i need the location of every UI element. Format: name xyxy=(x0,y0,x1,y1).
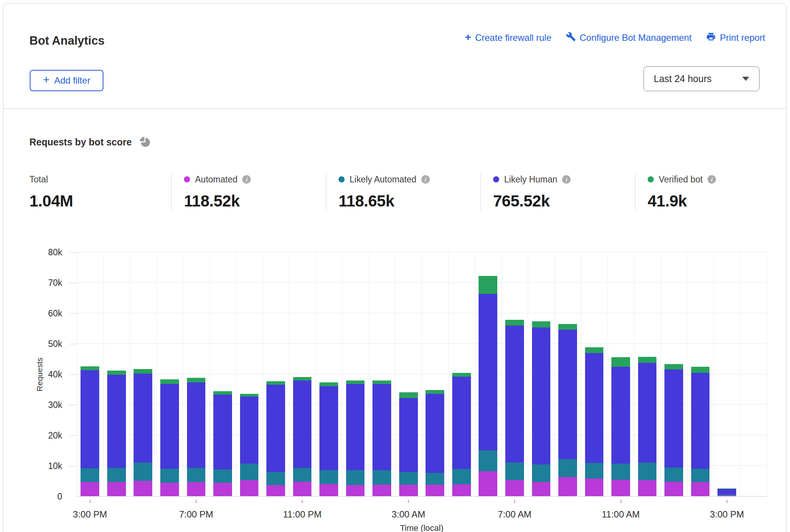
bar-segment-verified-bot[interactable] xyxy=(505,320,524,325)
bar-segment-likely-automated[interactable] xyxy=(611,464,630,480)
bar-segment-likely-automated[interactable] xyxy=(319,470,338,484)
bar-segment-verified-bot[interactable] xyxy=(266,381,285,385)
bar-segment-likely-automated[interactable] xyxy=(240,464,259,480)
bar-segment-automated[interactable] xyxy=(717,495,736,496)
bar-segment-likely-human[interactable] xyxy=(452,377,471,469)
configure-bot-management-link[interactable]: Configure Bot Management xyxy=(566,32,692,44)
bar-hour-24[interactable] xyxy=(714,252,740,496)
bar-segment-automated[interactable] xyxy=(240,480,259,496)
bar-segment-likely-automated[interactable] xyxy=(532,464,551,482)
time-range-dropdown[interactable]: Last 24 hours xyxy=(643,66,759,91)
bar-segment-likely-human[interactable] xyxy=(134,374,152,463)
bar-segment-likely-automated[interactable] xyxy=(160,469,179,483)
bar-segment-verified-bot[interactable] xyxy=(532,321,551,327)
bar-segment-likely-human[interactable] xyxy=(187,382,206,468)
bar-hour-13[interactable] xyxy=(422,252,448,496)
bar-segment-verified-bot[interactable] xyxy=(160,379,179,384)
bar-segment-verified-bot[interactable] xyxy=(664,364,683,369)
bar-segment-likely-human[interactable] xyxy=(160,384,179,469)
bar-segment-likely-human[interactable] xyxy=(558,330,577,459)
bar-segment-likely-automated[interactable] xyxy=(585,463,604,479)
bar-hour-23[interactable] xyxy=(687,252,714,496)
bar-segment-verified-bot[interactable] xyxy=(638,357,657,363)
bar-segment-likely-automated[interactable] xyxy=(187,468,206,482)
bar-segment-likely-human[interactable] xyxy=(213,395,232,469)
bar-segment-likely-human[interactable] xyxy=(346,384,365,470)
bar-hour-1[interactable] xyxy=(103,252,130,496)
bar-hour-11[interactable] xyxy=(369,252,395,496)
bar-segment-likely-human[interactable] xyxy=(266,385,285,472)
bar-segment-automated[interactable] xyxy=(266,485,285,496)
bar-segment-likely-human[interactable] xyxy=(426,394,444,472)
bar-segment-likely-human[interactable] xyxy=(532,327,551,464)
bar-segment-likely-human[interactable] xyxy=(505,326,524,463)
bar-hour-9[interactable] xyxy=(316,252,342,496)
bar-segment-verified-bot[interactable] xyxy=(213,391,232,395)
bar-hour-0[interactable] xyxy=(77,252,103,496)
bar-segment-likely-automated[interactable] xyxy=(558,459,577,477)
bar-segment-automated[interactable] xyxy=(187,482,206,496)
bar-hour-7[interactable] xyxy=(263,252,289,496)
bar-segment-automated[interactable] xyxy=(346,485,365,496)
bar-segment-automated[interactable] xyxy=(664,482,683,496)
bar-segment-verified-bot[interactable] xyxy=(134,369,152,374)
bar-segment-likely-human[interactable] xyxy=(319,386,338,470)
add-filter-button[interactable]: + Add filter xyxy=(30,70,103,91)
bar-segment-automated[interactable] xyxy=(532,482,551,496)
bar-segment-verified-bot[interactable] xyxy=(479,276,497,293)
bar-segment-likely-human[interactable] xyxy=(107,375,126,468)
bar-segment-automated[interactable] xyxy=(107,482,126,496)
bar-segment-likely-automated[interactable] xyxy=(266,472,285,485)
bar-hour-10[interactable] xyxy=(342,252,369,496)
bar-segment-automated[interactable] xyxy=(399,485,418,496)
bar-hour-21[interactable] xyxy=(634,252,661,496)
bar-hour-14[interactable] xyxy=(448,252,475,496)
bar-segment-verified-bot[interactable] xyxy=(426,390,444,394)
bar-segment-likely-human[interactable] xyxy=(638,363,657,463)
bar-segment-verified-bot[interactable] xyxy=(399,392,418,398)
bar-hour-12[interactable] xyxy=(395,252,422,496)
bar-segment-likely-human[interactable] xyxy=(664,369,683,468)
bar-segment-likely-automated[interactable] xyxy=(372,470,391,485)
bar-segment-likely-automated[interactable] xyxy=(134,463,152,481)
bar-segment-likely-human[interactable] xyxy=(399,398,418,472)
bar-segment-automated[interactable] xyxy=(213,483,232,496)
create-firewall-rule-link[interactable]: + Create firewall rule xyxy=(465,32,551,43)
bar-segment-verified-bot[interactable] xyxy=(319,382,338,386)
bar-segment-likely-automated[interactable] xyxy=(426,473,444,485)
bar-segment-likely-automated[interactable] xyxy=(691,469,710,482)
bar-hour-22[interactable] xyxy=(661,252,687,496)
bar-segment-automated[interactable] xyxy=(585,479,604,496)
bar-segment-likely-automated[interactable] xyxy=(213,469,232,483)
bar-segment-automated[interactable] xyxy=(452,484,471,496)
bar-hour-2[interactable] xyxy=(130,252,156,496)
bar-segment-likely-automated[interactable] xyxy=(293,468,312,482)
bar-hour-19[interactable] xyxy=(581,252,608,496)
bar-hour-15[interactable] xyxy=(475,252,501,496)
bar-segment-automated[interactable] xyxy=(160,483,179,496)
bar-segment-likely-automated[interactable] xyxy=(638,463,657,480)
bar-segment-likely-automated[interactable] xyxy=(505,463,524,480)
bar-segment-verified-bot[interactable] xyxy=(611,357,630,367)
bar-segment-verified-bot[interactable] xyxy=(187,378,206,382)
bar-segment-automated[interactable] xyxy=(426,485,444,496)
print-report-link[interactable]: Print report xyxy=(706,32,765,44)
bar-hour-4[interactable] xyxy=(183,252,210,496)
bar-segment-automated[interactable] xyxy=(505,480,524,496)
bar-segment-verified-bot[interactable] xyxy=(558,324,577,330)
info-icon[interactable]: i xyxy=(242,175,251,184)
bar-hour-20[interactable] xyxy=(608,252,634,496)
bar-hour-17[interactable] xyxy=(528,252,555,496)
bar-segment-automated[interactable] xyxy=(558,477,577,496)
bar-segment-likely-human[interactable] xyxy=(717,489,736,495)
bar-segment-likely-human[interactable] xyxy=(479,294,497,451)
bar-segment-likely-automated[interactable] xyxy=(452,469,471,484)
bar-hour-18[interactable] xyxy=(555,252,581,496)
bar-segment-likely-human[interactable] xyxy=(240,397,259,464)
bar-segment-verified-bot[interactable] xyxy=(346,380,365,384)
bar-segment-likely-human[interactable] xyxy=(611,367,630,464)
bar-segment-verified-bot[interactable] xyxy=(691,367,710,372)
bar-segment-automated[interactable] xyxy=(293,482,312,496)
bar-segment-likely-automated[interactable] xyxy=(664,468,683,482)
bar-segment-verified-bot[interactable] xyxy=(81,366,99,370)
